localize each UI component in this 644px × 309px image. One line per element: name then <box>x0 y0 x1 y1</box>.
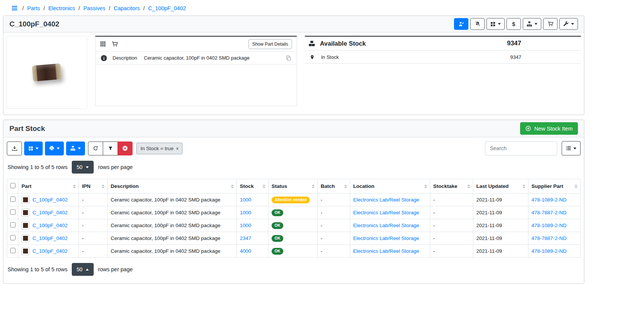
purchase-button[interactable] <box>543 18 558 30</box>
location-link[interactable]: Electronics Lab/Reel Storage <box>353 223 419 228</box>
active-filter-chip[interactable]: In Stock = true x <box>136 143 182 154</box>
stock-options-dropdown[interactable] <box>66 141 85 155</box>
batch-cell: - <box>318 206 350 219</box>
select-all-checkbox[interactable] <box>10 183 15 188</box>
rows-per-page-label: rows per page <box>98 164 133 170</box>
row-select-checkbox[interactable] <box>10 222 15 228</box>
sort-icon[interactable] <box>522 184 525 188</box>
supplier-part-link[interactable]: 478-7887-2-ND <box>531 235 567 241</box>
description-cell: Ceramic capacitor, 100pF in 0402 SMD pac… <box>108 219 237 232</box>
column-header-status[interactable]: Status <box>269 179 318 194</box>
sort-icon[interactable] <box>231 184 234 188</box>
row-select-checkbox[interactable] <box>10 209 15 215</box>
print-actions-dropdown[interactable] <box>45 141 64 155</box>
part-link[interactable]: C_100pF_0402 <box>32 197 68 203</box>
location-link[interactable]: Electronics Lab/Reel Storage <box>353 248 419 254</box>
column-header-part[interactable]: Part <box>19 179 79 194</box>
dollar-icon: $ <box>512 21 515 27</box>
supplier-part-link[interactable]: 478-1089-2-ND <box>531 197 567 203</box>
remove-filter-icon[interactable]: x <box>176 146 178 151</box>
part-link[interactable]: C_100pF_0402 <box>32 223 68 228</box>
column-header-location[interactable]: Location <box>350 179 430 194</box>
copy-icon[interactable] <box>286 55 291 61</box>
column-header-last-updated[interactable]: Last Updated <box>473 179 528 194</box>
reload-button[interactable] <box>88 141 103 155</box>
hamburger-menu-icon[interactable] <box>11 5 18 11</box>
stock-link[interactable]: 4000 <box>240 248 251 254</box>
column-header-select[interactable] <box>7 179 19 194</box>
part-thumbnail[interactable] <box>22 234 29 242</box>
part-link[interactable]: C_100pF_0402 <box>32 235 68 241</box>
info-icon <box>101 55 107 61</box>
column-header-ipn[interactable]: IPN <box>79 179 108 194</box>
part-thumbnail[interactable] <box>22 247 29 255</box>
supplier-part-link[interactable]: 478-1089-2-ND <box>531 223 567 228</box>
grid-icon[interactable] <box>100 41 106 47</box>
search-input[interactable] <box>485 141 557 155</box>
sort-icon[interactable] <box>102 184 105 188</box>
sort-icon[interactable] <box>467 184 470 188</box>
clear-filters-button[interactable] <box>117 141 133 155</box>
supplier-part-link[interactable]: 478-7887-2-ND <box>531 210 567 215</box>
column-header-description[interactable]: Description <box>108 179 237 194</box>
part-thumbnail[interactable] <box>22 209 29 217</box>
list-icon <box>566 146 571 151</box>
stock-summary-card: Available Stock 9347 In Stock 9347 <box>305 36 581 64</box>
row-select-checkbox[interactable] <box>10 235 15 240</box>
supplier-part-link[interactable]: 478-1089-2-ND <box>531 248 567 254</box>
stock-actions-dropdown[interactable] <box>523 18 541 30</box>
breadcrumb-link-passives[interactable]: Passives <box>83 5 105 11</box>
pricing-button[interactable]: $ <box>507 18 521 30</box>
cart-icon[interactable] <box>112 41 118 47</box>
location-link[interactable]: Electronics Lab/Reel Storage <box>353 197 419 203</box>
column-header-supplier-part[interactable]: Supplier Part <box>528 179 581 194</box>
part-link[interactable]: C_100pF_0402 <box>32 248 68 254</box>
column-header-stock[interactable]: Stock <box>237 179 269 194</box>
sort-icon[interactable] <box>73 184 76 188</box>
export-button[interactable] <box>7 141 22 155</box>
stocktake-cell: - <box>430 245 473 258</box>
table-view-toggle[interactable] <box>562 141 581 155</box>
breadcrumb-link-parts[interactable]: Parts <box>27 5 40 11</box>
batch-cell: - <box>318 219 350 232</box>
column-header-stocktake[interactable]: Stocktake <box>430 179 473 194</box>
new-stock-item-label: New Stock Item <box>534 126 573 132</box>
sort-icon[interactable] <box>575 184 578 188</box>
part-image[interactable] <box>6 36 87 109</box>
new-stock-item-button[interactable]: New Stock Item <box>520 122 578 135</box>
stock-link[interactable]: 1000 <box>240 197 251 203</box>
column-header-batch[interactable]: Batch <box>318 179 350 194</box>
sort-icon[interactable] <box>344 184 347 188</box>
sort-icon[interactable] <box>263 184 266 188</box>
location-link[interactable]: Electronics Lab/Reel Storage <box>353 235 419 241</box>
page-size-dropdown[interactable]: 50 <box>72 161 94 174</box>
pagination-summary: Showing 1 to 5 of 5 rows <box>8 164 68 170</box>
location-link[interactable]: Electronics Lab/Reel Storage <box>353 210 419 215</box>
notifications-button[interactable] <box>470 18 485 30</box>
stock-link[interactable]: 1000 <box>240 223 251 228</box>
sort-icon[interactable] <box>312 184 315 188</box>
part-thumbnail[interactable] <box>22 221 29 229</box>
breadcrumb-link-capacitors[interactable]: Capacitors <box>114 5 140 11</box>
part-thumbnail[interactable] <box>22 196 29 204</box>
show-part-details-button[interactable]: Show Part Details <box>249 39 292 49</box>
part-link[interactable]: C_100pF_0402 <box>32 210 68 215</box>
breadcrumb-link-electronics[interactable]: Electronics <box>48 5 75 11</box>
columns-dropdown[interactable] <box>24 141 43 155</box>
row-select-checkbox[interactable] <box>10 248 15 253</box>
stock-link[interactable]: 2347 <box>240 235 251 241</box>
stock-link[interactable]: 1000 <box>240 210 251 215</box>
sort-icon[interactable] <box>424 184 427 188</box>
filter-button[interactable] <box>103 141 118 155</box>
row-select-checkbox[interactable] <box>10 197 15 202</box>
barcode-actions-dropdown[interactable] <box>486 18 505 30</box>
part-details-header: Show Part Details <box>96 37 297 52</box>
part-actions-dropdown[interactable] <box>559 18 578 30</box>
bell-slash-icon <box>475 21 480 27</box>
caret-down-icon <box>571 23 574 25</box>
breadcrumb-link-current-part[interactable]: C_100pF_0402 <box>148 5 186 11</box>
subscribe-button[interactable] <box>454 18 468 30</box>
stocktake-cell: - <box>430 219 473 232</box>
table-row: C_100pF_0402 - Ceramic capacitor, 100pF … <box>7 194 581 206</box>
page-size-dropdown[interactable]: 50 <box>72 263 94 276</box>
